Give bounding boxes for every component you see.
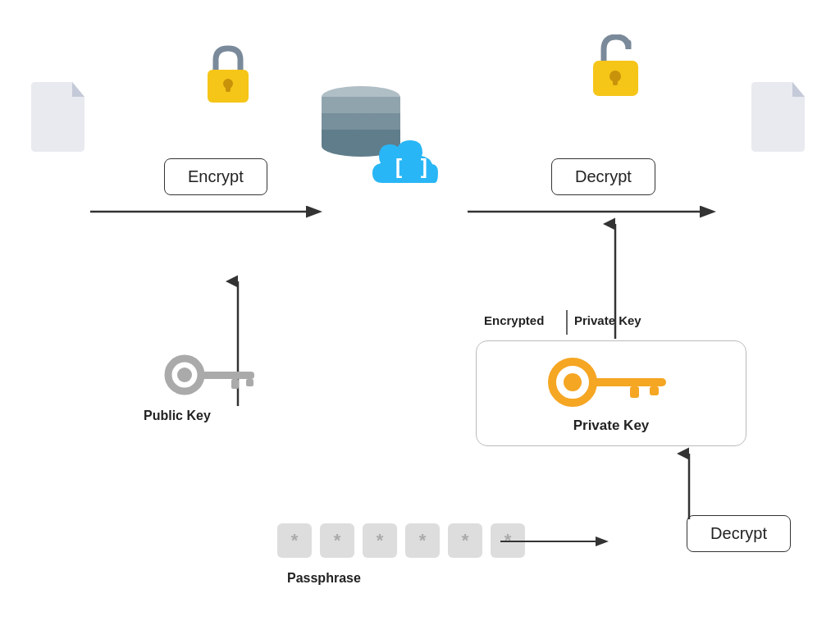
decrypt-top-button[interactable]: Decrypt bbox=[551, 158, 655, 195]
svg-rect-19 bbox=[199, 372, 254, 379]
right-flow-arrow bbox=[468, 203, 722, 220]
encrypted-label: Encrypted bbox=[484, 313, 544, 327]
svg-rect-5 bbox=[613, 76, 618, 85]
decrypt-bottom-button[interactable]: Decrypt bbox=[687, 515, 791, 552]
pass-dot-1: * bbox=[277, 523, 312, 558]
unlocked-padlock bbox=[589, 34, 642, 103]
left-document bbox=[31, 82, 89, 152]
decrypt-top-label: Decrypt bbox=[575, 167, 632, 185]
svg-rect-24 bbox=[591, 378, 666, 386]
pass-dot-3: * bbox=[363, 523, 397, 558]
svg-text:[ ]: [ ] bbox=[392, 155, 431, 180]
pass-dot-4: * bbox=[405, 523, 440, 558]
left-flow-arrow bbox=[90, 203, 328, 220]
svg-rect-26 bbox=[650, 386, 659, 395]
pass-dot-2: * bbox=[320, 523, 354, 558]
pass-dot-5: * bbox=[448, 523, 482, 558]
private-key-box: Private Key bbox=[476, 340, 746, 446]
public-key-label: Public Key bbox=[144, 409, 211, 423]
decrypt-bottom-label: Decrypt bbox=[710, 524, 767, 542]
svg-point-23 bbox=[564, 373, 582, 391]
divider-line bbox=[566, 310, 568, 335]
passphrase-dots: * * * * * * bbox=[277, 523, 525, 558]
diagram-canvas: [ ] Encrypt Decrypt bbox=[0, 0, 840, 630]
locked-padlock bbox=[203, 45, 253, 110]
svg-rect-21 bbox=[246, 379, 253, 386]
private-key-box-label: Private Key bbox=[500, 418, 723, 434]
decrypt-key-arrow bbox=[607, 217, 623, 340]
svg-rect-25 bbox=[630, 386, 639, 398]
encrypt-label: Encrypt bbox=[188, 167, 244, 185]
right-document bbox=[751, 82, 809, 152]
passphrase-arrow bbox=[500, 533, 615, 550]
svg-point-18 bbox=[177, 368, 192, 382]
svg-rect-20 bbox=[231, 379, 239, 389]
encrypt-button[interactable]: Encrypt bbox=[164, 158, 267, 195]
passphrase-label: Passphrase bbox=[287, 571, 361, 586]
public-key-icon bbox=[164, 353, 262, 401]
cloud-icon: [ ] bbox=[368, 138, 450, 203]
decrypt-bottom-arrow bbox=[681, 447, 697, 521]
svg-rect-2 bbox=[226, 84, 231, 92]
